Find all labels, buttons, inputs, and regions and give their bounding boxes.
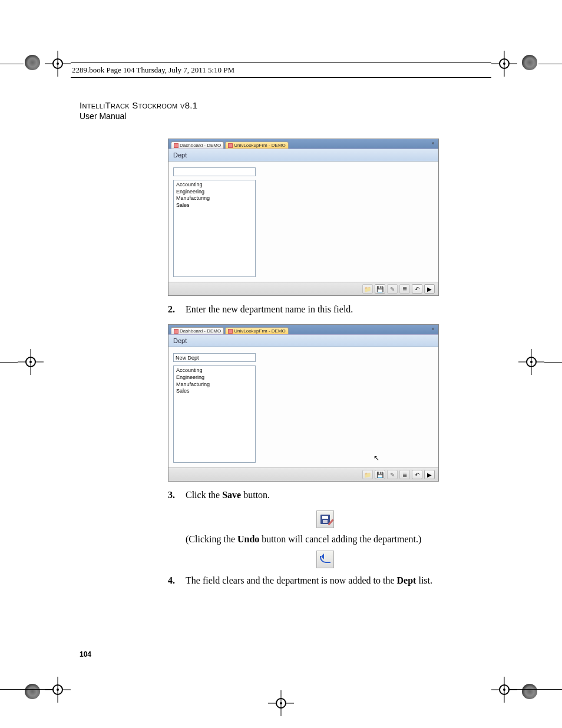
edit-icon[interactable]: ✎ — [387, 470, 398, 479]
list-item[interactable]: Accounting — [176, 182, 253, 189]
step-number: 2. — [168, 303, 178, 316]
undo-button-icon — [316, 551, 334, 568]
crosshair-ml — [18, 349, 44, 375]
trim-line — [538, 64, 562, 64]
dept-name-input[interactable] — [173, 353, 256, 362]
list-item[interactable]: Sales — [176, 202, 253, 209]
screenshot-dept-newdept: Dashboard - DEMO UnivLookupFrm - DEMO × … — [168, 324, 439, 482]
trim-line — [544, 362, 562, 363]
step-4: 4. The field clears and the department i… — [168, 574, 482, 587]
step-text: The field clears and the department is n… — [186, 574, 432, 587]
crop-dot-tl — [25, 55, 40, 70]
tab-label: UnivLookupFrm - DEMO — [234, 143, 286, 148]
tab-univlookup[interactable]: UnivLookupFrm - DEMO — [225, 327, 289, 334]
list-item[interactable]: Manufacturing — [176, 381, 253, 388]
step-number: 4. — [168, 574, 178, 587]
crop-dot-br — [522, 684, 537, 699]
tab-bar: Dashboard - DEMO UnivLookupFrm - DEMO × — [168, 139, 438, 149]
save-icon[interactable]: 💾 — [375, 284, 385, 294]
panel-title: Dept — [168, 334, 438, 347]
screenshot-dept-empty: Dashboard - DEMO UnivLookupFrm - DEMO × … — [168, 139, 439, 296]
tab-bar: Dashboard - DEMO UnivLookupFrm - DEMO × — [168, 325, 438, 334]
folder-icon[interactable]: 📁 — [362, 284, 373, 294]
doc-subtitle: User Manual — [80, 111, 482, 121]
trim-line — [509, 689, 562, 690]
crosshair-tl — [45, 51, 71, 77]
trim-line — [0, 362, 18, 363]
crosshair-mr — [518, 349, 544, 375]
crosshair-bl — [45, 677, 71, 703]
crosshair-tr — [491, 51, 517, 77]
screenshot-toolbar: 📁 💾 ✎ ≣ ↶ ▶ — [168, 282, 438, 295]
step-text: Click the Save button. — [186, 489, 270, 502]
page-number: 104 — [80, 650, 91, 658]
close-icon[interactable]: × — [430, 140, 436, 146]
save-button-icon — [316, 510, 334, 528]
crosshair-br — [491, 677, 517, 703]
step-number: 3. — [168, 489, 178, 502]
step-2: 2. Enter the new department name in this… — [168, 303, 482, 316]
list-item[interactable]: Manufacturing — [176, 195, 253, 202]
trim-line — [0, 689, 53, 690]
dept-list[interactable]: Accounting Engineering Manufacturing Sal… — [173, 365, 256, 463]
next-icon[interactable]: ▶ — [424, 470, 435, 479]
list-item[interactable]: Accounting — [176, 367, 253, 374]
edit-icon[interactable]: ✎ — [387, 284, 398, 294]
dept-name-input[interactable] — [173, 167, 256, 176]
cursor-icon: ↖ — [373, 454, 379, 462]
dept-list[interactable]: Accounting Engineering Manufacturing Sal… — [173, 180, 256, 277]
tab-dashboard[interactable]: Dashboard - DEMO — [171, 327, 224, 334]
crop-dot-tr — [522, 55, 537, 70]
screenshot-toolbar: 📁 💾 ✎ ≣ ↶ ▶ — [168, 467, 438, 481]
undo-icon[interactable]: ↶ — [412, 284, 422, 294]
folder-icon[interactable]: 📁 — [362, 470, 373, 479]
undo-note: (Clicking the Undo button will cancel ad… — [186, 534, 482, 545]
crop-dot-bl — [25, 684, 40, 699]
list-icon[interactable]: ≣ — [399, 284, 410, 294]
tab-label: UnivLookupFrm - DEMO — [234, 328, 286, 334]
list-icon[interactable]: ≣ — [399, 470, 410, 479]
tab-dashboard[interactable]: Dashboard - DEMO — [171, 141, 224, 149]
list-item[interactable]: Engineering — [176, 374, 253, 381]
close-icon[interactable]: × — [430, 326, 436, 332]
tab-univlookup[interactable]: UnivLookupFrm - DEMO — [225, 141, 289, 149]
save-icon[interactable]: 💾 — [375, 470, 385, 479]
step-text: Enter the new department name in this fi… — [186, 303, 353, 316]
step-3: 3. Click the Save button. — [168, 489, 482, 502]
tab-label: Dashboard - DEMO — [180, 328, 221, 334]
panel-title: Dept — [168, 149, 438, 162]
list-item[interactable]: Engineering — [176, 189, 253, 196]
crosshair-bc — [268, 690, 294, 716]
page-header-strip: 2289.book Page 104 Thursday, July 7, 201… — [71, 62, 491, 78]
tab-label: Dashboard - DEMO — [180, 143, 221, 148]
next-icon[interactable]: ▶ — [424, 284, 435, 294]
undo-icon[interactable]: ↶ — [412, 470, 422, 479]
list-item[interactable]: Sales — [176, 388, 253, 395]
doc-title: IntelliTrack Stockroom v8.1 — [80, 100, 482, 110]
trim-line — [0, 64, 24, 64]
